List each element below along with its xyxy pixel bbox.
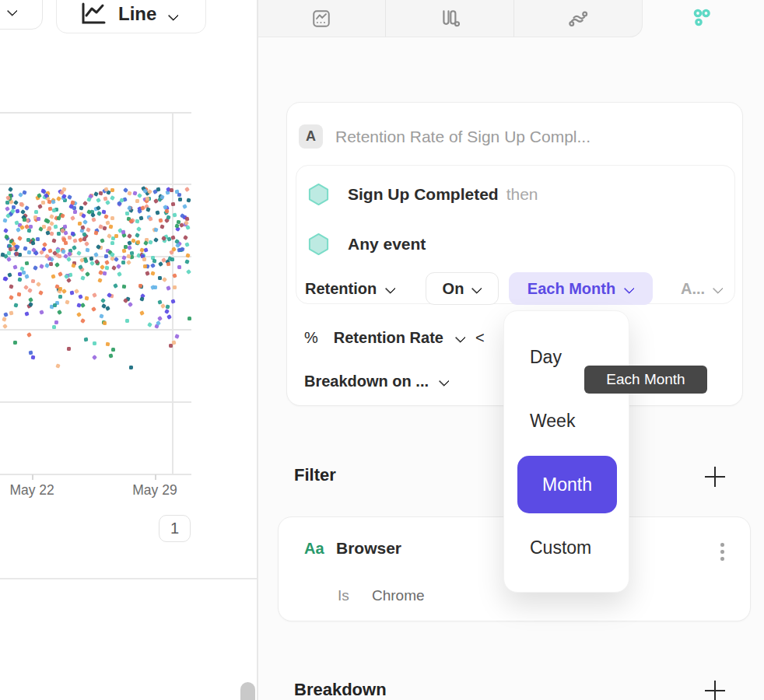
add-breakdown-button[interactable] bbox=[705, 681, 725, 700]
filter-section-title: Filter bbox=[294, 465, 336, 485]
tab-bar-chart[interactable] bbox=[385, 0, 513, 37]
x-axis-label: May 29 bbox=[122, 482, 187, 499]
filter-value[interactable]: Chrome bbox=[372, 587, 425, 604]
menu-item-month-selected[interactable]: Month bbox=[517, 456, 617, 513]
tab-chart-panel[interactable] bbox=[258, 0, 386, 37]
breakdown-on-dropdown[interactable]: Breakdown on ... bbox=[304, 369, 449, 393]
chart-pane: Line May 22 May 29 1 bbox=[0, 0, 257, 700]
chevron-down-icon bbox=[385, 285, 395, 293]
chevron-down-icon bbox=[471, 285, 482, 293]
event-row[interactable]: Sign Up Completed then bbox=[307, 183, 538, 206]
menu-item-week[interactable]: Week bbox=[530, 409, 575, 432]
scrollbar-thumb[interactable] bbox=[240, 682, 255, 700]
measure-label: Retention bbox=[305, 280, 377, 298]
flow-curve-icon bbox=[568, 9, 588, 28]
interval-label: Each Month bbox=[527, 280, 615, 298]
event-name: Any event bbox=[348, 235, 426, 254]
chevron-down-icon bbox=[713, 285, 723, 293]
filter-operator[interactable]: Is bbox=[338, 587, 349, 604]
retention-scatter-chart bbox=[0, 113, 191, 474]
on-label: On bbox=[443, 280, 464, 298]
chevron-down-icon bbox=[7, 7, 17, 16]
chevron-down-icon bbox=[439, 377, 449, 386]
visualization-tabbar bbox=[258, 0, 643, 37]
metric-trailing: < bbox=[475, 329, 485, 347]
menu-item-custom[interactable]: Custom bbox=[530, 536, 591, 559]
query-panel: A Retention Rate of Sign Up Compl... Sig… bbox=[258, 0, 764, 700]
filter-property-name: Browser bbox=[336, 539, 401, 558]
collapsed-dropdown-button[interactable] bbox=[0, 0, 43, 30]
property-type-icon: Aa bbox=[304, 540, 324, 558]
interval-dropdown-button[interactable]: Each Month bbox=[509, 272, 653, 305]
on-dropdown-button[interactable]: On bbox=[426, 272, 499, 305]
chevron-down-icon bbox=[455, 334, 465, 342]
metric-label: Retention Rate bbox=[334, 329, 443, 347]
chart-panel-icon bbox=[311, 9, 331, 29]
breakdown-on-label: Breakdown on ... bbox=[304, 373, 429, 390]
chart-type-label: Line bbox=[118, 2, 156, 26]
truncated-label: A... bbox=[681, 280, 705, 298]
pagination-badge[interactable]: 1 bbox=[159, 515, 191, 542]
chevron-down-icon bbox=[168, 12, 178, 20]
interval-tooltip: Each Month bbox=[584, 366, 707, 394]
retention-controls-row: Retention On Each Month A... bbox=[296, 272, 734, 305]
truncated-dropdown[interactable]: A... bbox=[681, 272, 723, 305]
scatter-dots-icon bbox=[690, 8, 713, 30]
metric-row[interactable]: % Retention Rate < bbox=[304, 326, 485, 349]
measure-dropdown[interactable]: Retention bbox=[305, 272, 395, 305]
interval-menu: Day Week Month Custom bbox=[503, 310, 629, 593]
horizontal-divider bbox=[0, 578, 258, 579]
event-suffix: then bbox=[506, 185, 538, 204]
query-badge: A bbox=[299, 124, 323, 149]
query-title[interactable]: Retention Rate of Sign Up Compl... bbox=[335, 124, 591, 149]
hexagon-icon bbox=[307, 232, 331, 257]
chevron-down-icon bbox=[624, 285, 634, 293]
event-block: Sign Up Completed then Any event Retenti… bbox=[296, 165, 735, 304]
chart-type-button[interactable]: Line bbox=[56, 0, 206, 33]
breakdown-section-title: Breakdown bbox=[294, 680, 387, 700]
event-name: Sign Up Completed bbox=[348, 185, 499, 204]
app-window: Line May 22 May 29 1 bbox=[0, 0, 764, 700]
tab-scatter-active[interactable] bbox=[688, 5, 716, 33]
chart-data-points bbox=[0, 113, 191, 474]
hexagon-icon bbox=[307, 182, 331, 207]
x-axis-label: May 22 bbox=[0, 482, 65, 499]
event-row[interactable]: Any event bbox=[307, 233, 433, 256]
tab-flow[interactable] bbox=[513, 0, 642, 37]
add-filter-button[interactable] bbox=[705, 467, 725, 487]
kebab-menu-icon[interactable] bbox=[717, 540, 727, 564]
percent-prefix: % bbox=[304, 329, 318, 347]
line-chart-icon bbox=[80, 2, 107, 26]
bar-chart-icon bbox=[440, 9, 460, 28]
menu-item-day[interactable]: Day bbox=[530, 345, 562, 369]
